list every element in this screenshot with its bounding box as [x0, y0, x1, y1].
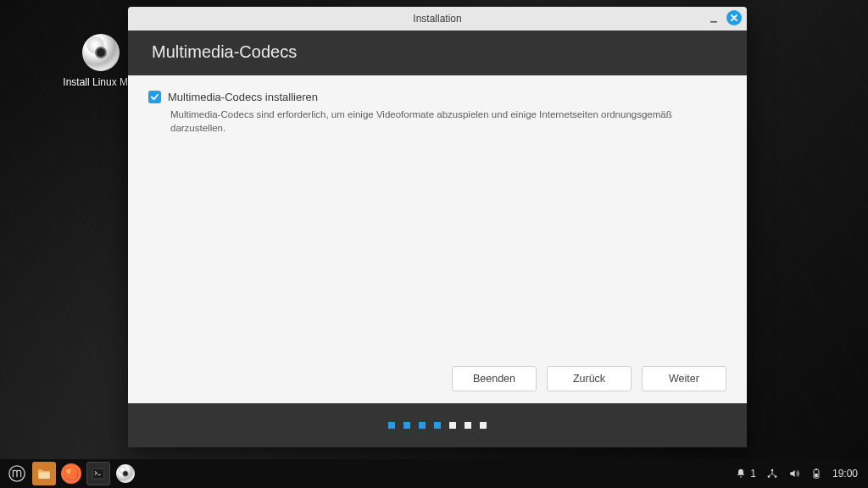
- pager-dot: [403, 422, 410, 429]
- page-heading: Multimedia-Codecs: [128, 30, 747, 75]
- pager-dot: [434, 422, 441, 429]
- workspace-indicator: 1: [750, 468, 756, 480]
- codecs-checkbox-label: Multimedia-Codecs installieren: [168, 91, 318, 103]
- pager-dot: [449, 422, 456, 429]
- file-manager-launcher[interactable]: [32, 462, 56, 485]
- installer-content: Multimedia-Codecs installieren Multimedi…: [128, 75, 747, 403]
- firefox-launcher[interactable]: [59, 462, 83, 485]
- svg-rect-9: [815, 469, 817, 469]
- window-title: Installation: [128, 13, 747, 25]
- svg-rect-0: [710, 21, 717, 23]
- taskbar: 1 19:00: [0, 459, 868, 488]
- codecs-description: Multimedia-Codecs sind erforderlich, um …: [170, 108, 726, 135]
- disc-icon: [116, 464, 135, 483]
- clock[interactable]: 19:00: [832, 468, 858, 480]
- pager-dot: [480, 422, 487, 429]
- disc-icon: [82, 34, 120, 71]
- volume-tray-icon[interactable]: [788, 468, 800, 480]
- continue-button[interactable]: Weiter: [642, 366, 726, 391]
- svg-point-5: [771, 469, 774, 472]
- notifications-tray-icon[interactable]: 1: [735, 468, 756, 480]
- terminal-launcher[interactable]: [86, 462, 110, 485]
- start-menu-button[interactable]: [5, 462, 29, 485]
- battery-tray-icon[interactable]: [810, 468, 822, 480]
- installer-window: Installation Multimedia-Codecs Multimedi…: [128, 7, 747, 447]
- svg-rect-3: [92, 469, 103, 479]
- window-titlebar[interactable]: Installation: [128, 7, 747, 30]
- pager-dot: [465, 422, 471, 429]
- svg-rect-10: [815, 474, 818, 477]
- pager-dot: [419, 422, 426, 429]
- network-tray-icon[interactable]: [766, 468, 778, 480]
- step-pager: [128, 403, 747, 447]
- quit-button[interactable]: Beenden: [452, 366, 537, 391]
- installer-taskbar-item[interactable]: [114, 462, 137, 485]
- pager-dot: [388, 422, 395, 429]
- svg-rect-4: [97, 474, 100, 475]
- minimize-button[interactable]: [708, 12, 720, 24]
- back-button[interactable]: Zurück: [547, 366, 632, 391]
- codecs-checkbox[interactable]: [148, 91, 161, 103]
- close-button[interactable]: [726, 10, 742, 25]
